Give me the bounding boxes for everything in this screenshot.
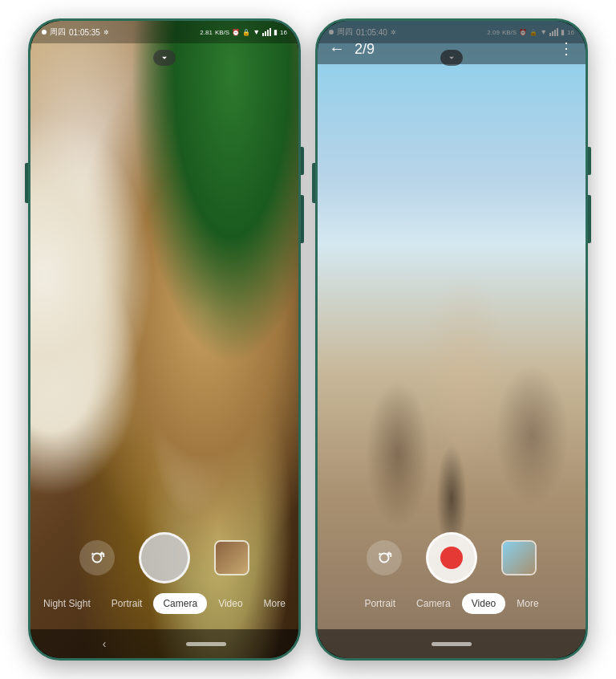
tab-portrait-1[interactable]: Portrait xyxy=(102,593,152,614)
back-nav-1[interactable]: ‹ xyxy=(103,637,107,650)
status-time-1: 01:05:35 xyxy=(69,28,100,37)
flip-camera-button-2[interactable] xyxy=(367,540,402,575)
speed-1: 2.81 xyxy=(200,29,213,36)
phone-2: 周四 01:05:40 ✲ 2.09 KB/S ⏰ 🔒 ▼ xyxy=(315,18,588,661)
chevron-down-icon-1 xyxy=(159,52,170,63)
flip-camera-button-1[interactable] xyxy=(79,540,115,575)
wifi-icon-1: ▼ xyxy=(253,28,260,36)
volume-down-button-2[interactable] xyxy=(588,195,591,243)
dropdown-indicator-1[interactable] xyxy=(153,50,176,66)
signal-bars-1 xyxy=(262,28,271,36)
camera-controls-1: Night Sight Portrait Camera Video More xyxy=(30,532,298,614)
tab-more-1[interactable]: More xyxy=(254,593,295,614)
more-menu-button[interactable]: ⋮ xyxy=(558,39,574,58)
status-left-1: 周四 01:05:35 ✲ xyxy=(42,26,109,38)
tab-camera-1[interactable]: Camera xyxy=(153,593,207,614)
shutter-button-2[interactable] xyxy=(426,532,477,583)
tab-video-2[interactable]: Video xyxy=(462,593,505,614)
home-pill-2[interactable] xyxy=(432,642,472,646)
phone-screen-1: 周四 01:05:35 ✲ 2.81 KB/S ⏰ 🔒 ▼ xyxy=(30,21,298,658)
mode-tabs-1: Night Sight Portrait Camera Video More xyxy=(30,593,298,614)
nav-bar-2 xyxy=(318,629,586,658)
alarm-icon: ⏰ xyxy=(232,29,240,36)
gallery-header: ← 2/9 ⋮ xyxy=(318,21,586,64)
bar1 xyxy=(262,33,264,36)
tab-video-1[interactable]: Video xyxy=(209,593,252,614)
phone-screen-2: 周四 01:05:40 ✲ 2.09 KB/S ⏰ 🔒 ▼ xyxy=(318,21,586,658)
bar4 xyxy=(270,28,271,36)
back-button-2[interactable]: ← xyxy=(329,39,345,58)
flip-icon-1 xyxy=(88,549,106,567)
gallery-thumbnail-2[interactable] xyxy=(501,540,537,575)
shutter-row-2 xyxy=(318,532,586,583)
shutter-button-1[interactable] xyxy=(139,532,190,583)
phone-frame-1: 周四 01:05:35 ✲ 2.81 KB/S ⏰ 🔒 ▼ xyxy=(28,18,301,661)
power-button-2[interactable] xyxy=(588,147,591,175)
gallery-thumbnail-1[interactable] xyxy=(214,540,249,575)
volume-down-button[interactable] xyxy=(301,195,304,243)
thumbnail-soccer-image xyxy=(503,542,535,574)
home-pill-1[interactable] xyxy=(186,642,226,646)
thumbnail-food-image xyxy=(216,542,248,574)
bar2 xyxy=(265,31,266,36)
tab-more-2[interactable]: More xyxy=(507,593,548,614)
tab-portrait-2[interactable]: Portrait xyxy=(355,593,405,614)
battery-icon-1: ▮ xyxy=(274,28,278,36)
mode-tabs-2: Portrait Camera Video More xyxy=(346,593,556,614)
bar3 xyxy=(267,30,269,36)
camera-controls-2: Portrait Camera Video More xyxy=(318,532,586,614)
tab-night-sight[interactable]: Night Sight xyxy=(34,593,100,614)
lock-icon: 🔒 xyxy=(242,29,250,36)
status-weekday-1: 周四 xyxy=(50,26,66,38)
flip-icon-2 xyxy=(375,549,393,567)
shutter-row-1 xyxy=(30,532,298,583)
power-button[interactable] xyxy=(301,147,304,175)
notification-count-1: 16 xyxy=(280,29,287,36)
status-right-1: 2.81 KB/S ⏰ 🔒 ▼ ▮ 16 xyxy=(200,28,287,36)
nav-bar-1: ‹ xyxy=(30,629,298,658)
gallery-title: 2/9 xyxy=(355,41,558,58)
speed-unit-1: KB/S xyxy=(215,29,229,36)
tab-camera-2[interactable]: Camera xyxy=(407,593,460,614)
phone-frame-2: 周四 01:05:40 ✲ 2.09 KB/S ⏰ 🔒 ▼ xyxy=(315,18,588,661)
bluetooth-icon: ✲ xyxy=(103,29,109,36)
status-bar-1: 周四 01:05:35 ✲ 2.81 KB/S ⏰ 🔒 ▼ xyxy=(30,21,298,43)
record-indicator xyxy=(440,547,463,569)
phone-1: 周四 01:05:35 ✲ 2.81 KB/S ⏰ 🔒 ▼ xyxy=(28,18,301,661)
carrier-dot xyxy=(42,30,47,35)
